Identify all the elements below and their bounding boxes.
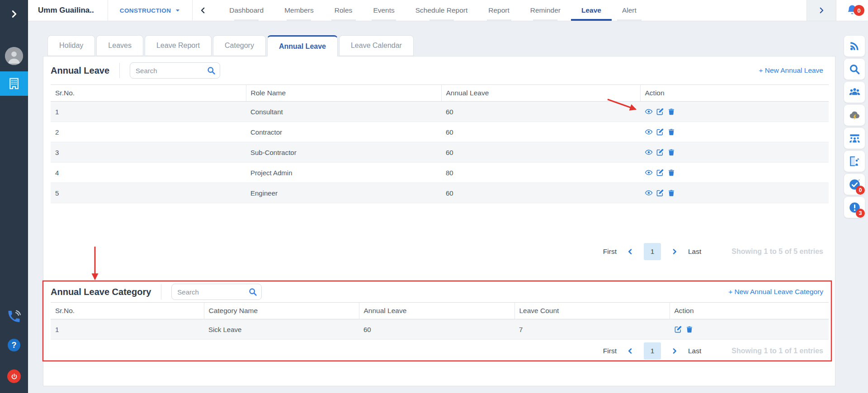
search-panel-icon[interactable] — [844, 58, 865, 80]
topbar-spacer — [647, 0, 807, 21]
project-selector-label: CONSTRUCTION — [120, 7, 171, 14]
nav-item-reminder[interactable]: Reminder — [520, 0, 571, 21]
new-annual-leave-button[interactable]: + New Annual Leave — [759, 66, 823, 75]
weather-storm-icon[interactable] — [844, 104, 865, 126]
view-icon[interactable] — [645, 148, 653, 156]
nav-collapse-icon[interactable] — [193, 0, 213, 21]
annual-leave-category-table: Sr.No. Category Name Annual Leave Leave … — [51, 302, 829, 340]
pagination-prev-icon[interactable] — [627, 248, 634, 255]
new-annual-leave-category-button[interactable]: + New Annual Leave Category — [728, 288, 823, 296]
delete-icon[interactable] — [667, 189, 675, 197]
col-header-action: Action — [640, 85, 829, 102]
edit-icon[interactable] — [656, 128, 664, 136]
cell-role: Sub-Contractor — [246, 142, 441, 163]
cell-annual-leave: 60 — [441, 122, 640, 142]
tab-leave-calendar[interactable]: Leave Calendar — [339, 35, 414, 56]
cell-srno: 4 — [51, 163, 246, 183]
site-exit-icon[interactable] — [844, 150, 865, 172]
phone-support-icon[interactable] — [6, 309, 22, 324]
pagination-prev-icon[interactable] — [627, 347, 634, 355]
pagination-last[interactable]: Last — [688, 347, 701, 355]
search-icon[interactable] — [248, 287, 257, 296]
rss-feed-icon[interactable] — [844, 35, 865, 57]
nav-item-alert[interactable]: Alert — [612, 0, 647, 21]
tab-category[interactable]: Category — [213, 35, 266, 56]
nav-item-leave[interactable]: Leave — [571, 0, 612, 21]
caret-down-icon — [175, 8, 180, 13]
project-selector[interactable]: CONSTRUCTION — [108, 0, 193, 21]
sidebar-item-projects-building-icon[interactable] — [0, 71, 28, 96]
cell-role: Engineer — [246, 183, 441, 203]
pagination-next-icon[interactable] — [671, 347, 678, 355]
leave-tabs: Holiday Leaves Leave Report Category Ann… — [47, 35, 415, 56]
task-check-icon[interactable]: 0 — [844, 173, 865, 195]
sidebar-bottom-group: ? — [6, 309, 22, 393]
tab-annual-leave[interactable]: Annual Leave — [267, 35, 338, 56]
col-header-leave-count: Leave Count — [514, 303, 670, 319]
cell-annual-leave: 60 — [441, 102, 640, 122]
view-icon[interactable] — [645, 189, 653, 197]
meeting-icon[interactable] — [844, 127, 865, 149]
sidebar-expand-icon[interactable] — [6, 6, 22, 22]
nav-item-roles[interactable]: Roles — [324, 0, 363, 21]
table-header-row: Sr.No. Category Name Annual Leave Leave … — [51, 303, 829, 319]
nav-item-schedule-report[interactable]: Schedule Report — [405, 0, 478, 21]
nav-item-report[interactable]: Report — [478, 0, 520, 21]
cell-role: Consultant — [246, 102, 441, 122]
company-name[interactable]: Umm Guailina.. — [28, 0, 108, 21]
category-pagination: First 1 Last Showing 1 to 1 of 1 entries — [43, 342, 835, 360]
showing-entries-text: Showing 1 to 5 of 5 entries — [731, 248, 823, 256]
main-nav: Dashboard Members Roles Events Schedule … — [219, 0, 647, 21]
pagination-last[interactable]: Last — [688, 248, 701, 256]
tab-leaves[interactable]: Leaves — [96, 35, 143, 56]
annual-leave-pagination: First 1 Last Showing 1 to 5 of 5 entries — [43, 243, 835, 260]
view-icon[interactable] — [645, 168, 653, 177]
delete-icon[interactable] — [685, 325, 693, 333]
pagination-next-icon[interactable] — [671, 248, 678, 255]
nav-item-events[interactable]: Events — [363, 0, 405, 21]
edit-icon[interactable] — [674, 325, 682, 333]
view-icon[interactable] — [645, 128, 653, 136]
cell-category: Sick Leave — [204, 319, 359, 340]
nav-item-dashboard[interactable]: Dashboard — [219, 0, 274, 21]
cell-srno: 1 — [51, 319, 204, 340]
table-row: 1 Sick Leave 60 7 — [51, 319, 829, 340]
category-section-title: Annual Leave Category — [51, 287, 151, 297]
tab-holiday[interactable]: Holiday — [47, 35, 95, 56]
edit-icon[interactable] — [656, 108, 664, 116]
top-bar: Umm Guailina.. CONSTRUCTION Dashboard Me… — [28, 0, 868, 21]
power-logout-icon[interactable] — [7, 370, 21, 383]
cell-annual-leave: 60 — [441, 142, 640, 163]
cell-annual-leave: 80 — [441, 163, 640, 183]
nav-item-members[interactable]: Members — [274, 0, 324, 21]
pagination-first[interactable]: First — [603, 248, 617, 256]
user-avatar[interactable] — [5, 47, 23, 65]
delete-icon[interactable] — [667, 148, 675, 156]
annual-leave-searchbox — [130, 62, 220, 79]
pagination-page-1[interactable]: 1 — [644, 342, 661, 360]
table-row: 1 Consultant 60 — [51, 102, 829, 122]
search-icon[interactable] — [207, 66, 216, 75]
col-header-srno: Sr.No. — [51, 85, 246, 102]
cell-srno: 5 — [51, 183, 246, 203]
delete-icon[interactable] — [667, 108, 675, 116]
help-icon[interactable]: ? — [8, 339, 20, 351]
edit-icon[interactable] — [656, 148, 664, 156]
view-icon[interactable] — [645, 108, 653, 116]
cell-role: Project Admin — [246, 163, 441, 183]
pagination-first[interactable]: First — [603, 347, 617, 355]
notifications-bell-icon[interactable]: 0 — [836, 0, 868, 21]
delete-icon[interactable] — [667, 168, 675, 177]
alert-warning-icon[interactable]: 3 — [844, 196, 865, 218]
edit-icon[interactable] — [656, 189, 664, 197]
team-members-icon[interactable] — [844, 81, 865, 103]
tab-leave-report[interactable]: Leave Report — [145, 35, 212, 56]
edit-icon[interactable] — [656, 168, 664, 177]
cell-srno: 1 — [51, 102, 246, 122]
notification-count-badge: 0 — [854, 5, 864, 16]
category-searchbox — [171, 284, 262, 300]
annual-leave-header: Annual Leave + New Annual Leave — [43, 56, 835, 84]
pagination-page-1[interactable]: 1 — [644, 243, 661, 260]
nav-expand-icon[interactable] — [807, 0, 836, 21]
delete-icon[interactable] — [667, 128, 675, 136]
